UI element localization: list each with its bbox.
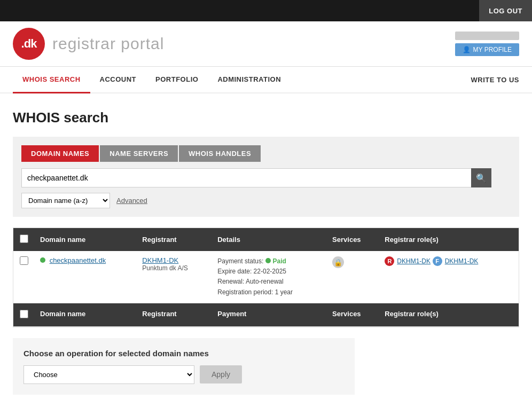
col-header-registrant: Registrant [137,228,212,251]
row-domain-cell: checkpaanettet.dk [35,251,137,303]
second-select-all-checkbox[interactable] [20,310,28,318]
user-info-bar [455,32,519,40]
role-r-letter: R [385,256,394,266]
page-title: WHOIS search [13,109,519,126]
second-header-row: Domain name Registrant Payment Services … [13,303,519,326]
operation-title: Choose an operation for selected domain … [24,349,344,358]
domain-link[interactable]: checkpaanettet.dk [50,256,106,264]
sort-select[interactable]: Domain name (a-z) [21,193,110,208]
main-content: WHOIS search DOMAIN NAMES NAME SERVERS W… [0,93,532,411]
operation-select[interactable]: Choose [24,365,194,384]
results-table: Domain name Registrant Details Services … [13,228,519,327]
tab-domain-names[interactable]: DOMAIN NAMES [21,145,99,162]
header: .dk registrar portal 👤 MY PROFILE [0,21,532,67]
role-r-handle-link[interactable]: DKHM1-DK [397,257,431,265]
row-registrar-roles-cell: R DKHM1-DK F DKHM1-DK [379,251,519,303]
role-f-letter: F [433,256,442,266]
search-button[interactable]: 🔍 [471,168,491,187]
col-header-services: Services [327,228,379,251]
profile-icon: 👤 [463,46,471,53]
table-row: checkpaanettet.dk DKHM1-DK Punktum dk A/… [13,251,519,303]
col-header-registrar-roles: Registrar role(s) [379,228,519,251]
sort-row: Domain name (a-z) Advanced [21,193,511,208]
logout-button[interactable]: LOG OUT [479,0,532,21]
nav-link-administration[interactable]: ADMINISTRATION [208,67,291,93]
row-checkbox-cell [13,251,35,303]
search-panel: DOMAIN NAMES NAME SERVERS WHOIS HANDLES … [13,137,519,217]
table-header-row: Domain name Registrant Details Services … [13,228,519,251]
select-all-header [13,228,35,251]
row-services-cell: 🔒 [327,251,379,303]
tab-name-servers[interactable]: NAME SERVERS [100,145,178,162]
payment-status-line: Payment status: Paid [217,256,322,267]
row-checkbox[interactable] [20,256,28,265]
services-lock-icon: 🔒 [332,256,344,268]
portal-name: registrar portal [52,35,164,53]
second-header-payment: Payment [212,303,327,326]
operation-row: Choose Apply [24,365,344,384]
tab-whois-handles[interactable]: WHOIS HANDLES [179,145,261,162]
second-header-check [13,303,35,326]
second-header-services: Services [327,303,379,326]
nav-link-portfolio[interactable]: PORTFOLIO [146,67,208,93]
tab-buttons: DOMAIN NAMES NAME SERVERS WHOIS HANDLES [21,145,511,162]
search-input-wrap: 🔍 [21,168,491,187]
expire-date-line: Expire date: 22-02-2025 [217,267,322,277]
search-icon: 🔍 [476,173,487,183]
second-header-registrant: Registrant [137,303,212,326]
nav-link-account[interactable]: ACCOUNT [90,67,146,93]
row-registrant-cell: DKHM1-DK Punktum dk A/S [137,251,212,303]
col-header-domain: Domain name [35,228,137,251]
header-right: 👤 MY PROFILE [455,32,519,56]
advanced-link[interactable]: Advanced [116,197,147,205]
write-to-us-link[interactable]: WRITE TO US [471,76,519,84]
col-header-details: Details [212,228,327,251]
search-row: 🔍 [21,168,511,187]
nav-bar: WHOIS SEARCH ACCOUNT PORTFOLIO ADMINISTR… [0,67,532,93]
logo-area: .dk registrar portal [13,28,164,60]
logo-icon: .dk [13,28,45,60]
search-input[interactable] [21,168,491,187]
select-all-checkbox[interactable] [20,234,28,243]
registrant-handle-link[interactable]: DKHM1-DK [142,256,178,264]
second-header-domain: Domain name [35,303,137,326]
nav-links: WHOIS SEARCH ACCOUNT PORTFOLIO ADMINISTR… [13,67,291,92]
payment-status-text: Paid [273,257,286,265]
apply-button[interactable]: Apply [200,365,242,383]
reg-period-line: Registration period: 1 year [217,287,322,297]
renewal-line: Renewal: Auto-renewal [217,277,322,287]
operation-panel: Choose an operation for selected domain … [13,338,355,395]
nav-link-whois-search[interactable]: WHOIS SEARCH [13,67,90,93]
my-profile-label: MY PROFILE [473,46,512,53]
role-f-handle-link[interactable]: DKHM1-DK [445,257,479,265]
registrant-name: Punktum dk A/S [142,264,207,272]
my-profile-button[interactable]: 👤 MY PROFILE [455,43,519,56]
domain-status-dot [40,257,45,263]
row-details-cell: Payment status: Paid Expire date: 22-02-… [212,251,327,303]
second-header-registrar-roles: Registrar role(s) [379,303,519,326]
results-table-wrap: Domain name Registrant Details Services … [13,228,519,327]
payment-status-dot [265,258,271,263]
role-f-badge: F DKHM1-DK [433,256,479,266]
top-bar: LOG OUT [0,0,532,21]
role-r-badge: R DKHM1-DK [385,256,431,266]
